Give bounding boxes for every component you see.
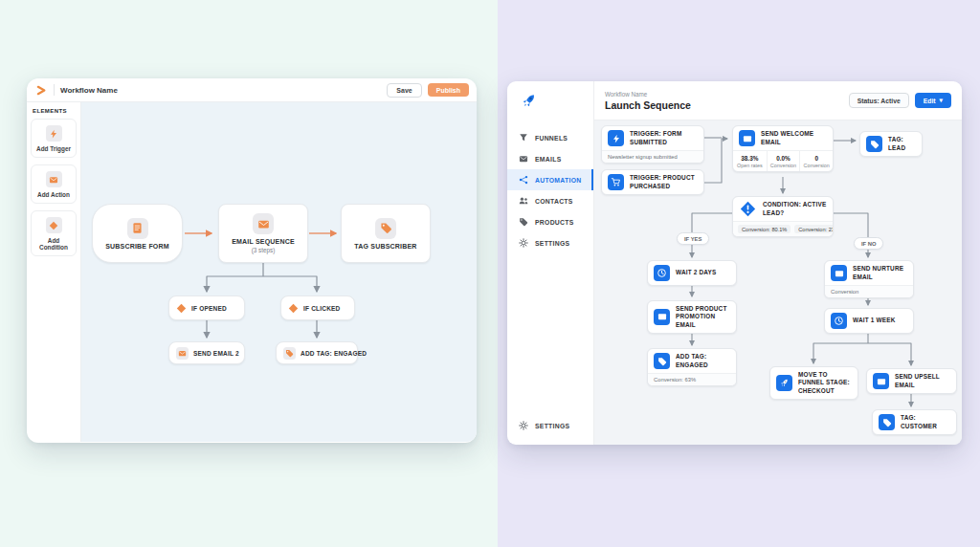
node-add-tag-engaged[interactable]: ADD TAG: ENGAGED Conversion: 63% <box>647 348 737 386</box>
node-tag-customer[interactable]: TAG: CUSTOMER <box>872 409 957 435</box>
node-sublabel: (3 steps) <box>252 247 276 253</box>
page-header: Workflow Name Launch Sequence Status: Ac… <box>594 81 962 120</box>
nav-label: AUTOMATION <box>535 177 581 184</box>
node-add-tag-engaged[interactable]: ADD TAG: ENGAGED <box>276 341 358 364</box>
sidebar-item-settings-bottom[interactable]: SETTINGS <box>507 415 593 436</box>
palette-add-trigger[interactable]: Add Trigger <box>31 119 77 158</box>
palette-add-condition[interactable]: Add Condition <box>31 210 77 256</box>
branch-label-if-no: IF NO <box>854 237 883 250</box>
node-footer: Conversion <box>825 285 913 297</box>
left-connector-lines <box>81 102 477 443</box>
sidebar-item-funnels[interactable]: FUNNELS <box>507 127 593 148</box>
node-email-sequence[interactable]: EMAIL SEQUENCE (3 steps) <box>218 204 308 263</box>
conversion-chip: Conversion: 21.8% <box>794 225 834 233</box>
node-send-upsell-email[interactable]: SEND UPSELL EMAIL <box>866 368 957 394</box>
mail-icon <box>46 171 62 187</box>
node-label: TRIGGER: PRODUCT PURCHASED <box>630 174 698 190</box>
sidebar-item-emails[interactable]: EMAILS <box>507 148 593 169</box>
branch-label-if-yes: IF YES <box>677 232 709 245</box>
palette-add-action[interactable]: Add Action <box>31 164 77 204</box>
edit-button-label: Edit <box>924 98 936 104</box>
elements-palette: ELEMENTS Add Trigger Add Action Add Cond… <box>27 102 81 442</box>
save-button[interactable]: Save <box>387 83 421 98</box>
lightning-icon <box>608 130 624 146</box>
clock-icon <box>831 313 847 329</box>
chevron-down-icon: ▾ <box>940 97 943 104</box>
node-label: WAIT 1 WEEK <box>853 317 895 324</box>
node-wait-1-week[interactable]: WAIT 1 WEEK <box>824 308 914 334</box>
node-label: SEND EMAIL 2 <box>193 350 239 357</box>
sidebar-item-products[interactable]: PRODUCTS <box>507 211 593 232</box>
contacts-icon <box>519 196 528 206</box>
form-icon <box>127 218 148 239</box>
nav-label: EMAILS <box>535 156 561 163</box>
node-if-opened[interactable]: IF OPENED <box>168 295 245 320</box>
node-send-product-promotion-email[interactable]: SEND PRODUCT PROMOTION EMAIL <box>647 300 737 334</box>
node-label: SEND UPSELL EMAIL <box>895 373 950 389</box>
node-send-nurture-email[interactable]: SEND NURTURE EMAIL Conversion <box>824 260 914 298</box>
lightning-icon <box>46 125 62 142</box>
sidebar-item-automation[interactable]: AUTOMATION <box>507 169 593 190</box>
tag-icon <box>375 218 396 239</box>
node-footer: Conversion: 63% <box>648 373 736 385</box>
conversion-chip: Conversion: 80.1% <box>738 225 791 233</box>
stat-label: Conversion <box>801 163 832 168</box>
clock-icon <box>654 265 670 281</box>
mail-icon <box>253 213 274 234</box>
node-label: WAIT 2 DAYS <box>676 269 716 276</box>
tag-icon <box>654 353 670 369</box>
node-label: SUBSCRIBE FORM <box>105 243 169 250</box>
diamond-exclaim-icon <box>739 200 757 218</box>
stat-value: 0.0% <box>768 155 799 162</box>
diamond-icon <box>46 217 62 233</box>
node-if-clicked[interactable]: IF CLICKED <box>280 295 355 320</box>
node-subscribe-form[interactable]: SUBSCRIBE FORM <box>92 204 183 263</box>
node-label: IF CLICKED <box>303 305 340 312</box>
sidebar-item-settings[interactable]: SETTINGS <box>507 232 593 253</box>
node-label: IF OPENED <box>191 305 227 312</box>
condition-footer: Conversion: 80.1% Conversion: 21.8% <box>733 221 833 236</box>
app-sidebar: FUNNELS EMAILS AUTOMATION CONTACTS PRODU… <box>507 81 594 445</box>
mail-icon <box>176 347 189 360</box>
stat-value: 38.3% <box>734 155 766 162</box>
nav-label: SETTINGS <box>535 240 569 247</box>
stat-label: Open rates <box>734 163 766 168</box>
node-trigger-form-submitted[interactable]: TRIGGER: FORM SUBMITTED Newsletter signu… <box>601 125 704 164</box>
nav-label: CONTACTS <box>535 198 573 205</box>
sidebar-nav: FUNNELS EMAILS AUTOMATION CONTACTS PRODU… <box>507 127 593 253</box>
network-icon <box>519 175 528 185</box>
node-label: SEND NURTURE EMAIL <box>853 265 907 281</box>
publish-button[interactable]: Publish <box>428 83 469 97</box>
palette-label: Add Action <box>33 191 74 198</box>
edit-button[interactable]: Edit ▾ <box>915 93 951 108</box>
node-wait-2-days[interactable]: WAIT 2 DAYS <box>647 260 737 286</box>
email-stats-row: 38.3% Open rates 0.0% Conversion 0 Conve… <box>733 150 833 171</box>
workflow-name-subtitle: Workflow Name <box>605 91 691 98</box>
node-label: TAG SUBSCRIBER <box>354 243 416 250</box>
node-send-welcome-email[interactable]: SEND WELCOME EMAIL 38.3% Open rates 0.0%… <box>732 125 834 172</box>
node-label: TAG: CUSTOMER <box>901 414 950 430</box>
mail-icon <box>519 154 528 164</box>
stat-value: 0 <box>801 155 832 162</box>
rocket-logo-icon <box>507 81 593 123</box>
sidebar-item-contacts[interactable]: CONTACTS <box>507 190 593 211</box>
workflow-builder-window: Workflow Name Save Publish ELEMENTS Add … <box>27 78 477 443</box>
diamond-icon <box>176 303 187 314</box>
tag-icon <box>879 414 895 430</box>
mail-icon <box>873 373 889 389</box>
node-footer: Newsletter signup submitted <box>602 150 703 163</box>
tag-icon <box>283 347 296 360</box>
diamond-icon <box>288 303 299 314</box>
node-tag-lead[interactable]: TAG: LEAD <box>859 131 923 157</box>
left-toolbar: Workflow Name Save Publish <box>27 78 477 102</box>
node-condition-active-lead[interactable]: CONDITION: ACTIVE LEAD? Conversion: 80.1… <box>732 196 834 237</box>
node-send-email-2[interactable]: SEND EMAIL 2 <box>168 341 245 364</box>
workflow-canvas[interactable]: SUBSCRIBE FORM EMAIL SEQUENCE (3 steps) … <box>81 102 477 442</box>
node-trigger-product-purchased[interactable]: TRIGGER: PRODUCT PURCHASED <box>601 169 704 195</box>
node-label: EMAIL SEQUENCE <box>232 238 295 245</box>
automation-canvas[interactable]: TRIGGER: FORM SUBMITTED Newsletter signu… <box>594 120 962 445</box>
workflow-name-title: Workflow Name <box>60 86 118 95</box>
node-tag-subscriber[interactable]: TAG SUBSCRIBER <box>341 204 431 263</box>
node-move-to-funnel-stage-checkout[interactable]: MOVE TO FUNNEL STAGE: CHECKOUT <box>769 366 858 400</box>
node-label: CONDITION: ACTIVE LEAD? <box>763 201 827 217</box>
